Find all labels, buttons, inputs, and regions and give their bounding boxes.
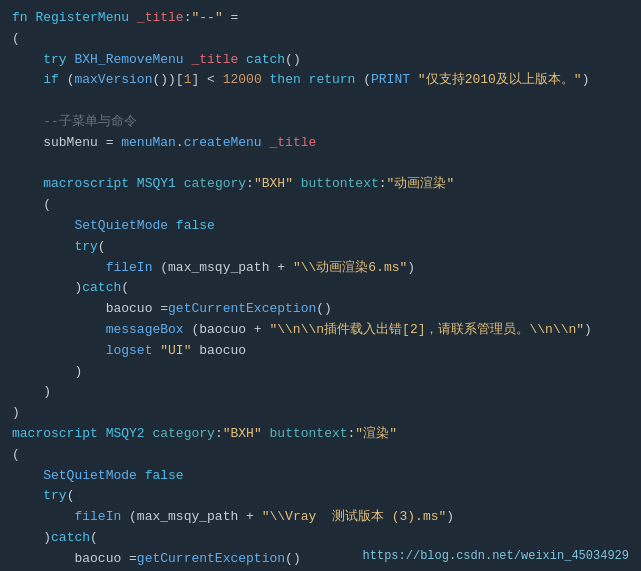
code-line-2: ( [12,29,629,50]
source-url: https://blog.csdn.net/weixin_45034929 [363,549,629,563]
code-line-21: macroscript MSQY2 category:"BXH" buttont… [12,424,629,445]
code-line-16: messageBox (baocuo + "\\n\\n插件载入出错[2]，请联… [12,320,629,341]
code-line-15: baocuo =getCurrentException() [12,299,629,320]
code-viewer: fn RegisterMenu _title:"--" = ( try BXH_… [0,0,641,571]
code-line-8 [12,154,629,175]
code-line-13: fileIn (max_msqy_path + "\\动画渲染6.ms") [12,258,629,279]
code-line-25: fileIn (max_msqy_path + "\\Vray 测试版本 (3)… [12,507,629,528]
code-line-4: if (maxVersion())[1] < 12000 then return… [12,70,629,91]
code-line-1: fn RegisterMenu _title:"--" = [12,8,629,29]
code-line-10: ( [12,195,629,216]
code-line-6: --子菜单与命令 [12,112,629,133]
code-line-20: ) [12,403,629,424]
code-line-14: )catch( [12,278,629,299]
code-line-17: logset "UI" baocuo [12,341,629,362]
code-line-18: ) [12,362,629,383]
code-line-12: try( [12,237,629,258]
code-line-24: try( [12,486,629,507]
code-line-5 [12,91,629,112]
code-line-7: subMenu = menuMan.createMenu _title [12,133,629,154]
code-line-22: ( [12,445,629,466]
code-line-26: )catch( [12,528,629,549]
code-line-23: SetQuietMode false [12,466,629,487]
code-line-3: try BXH_RemoveMenu _title catch() [12,50,629,71]
code-line-19: ) [12,382,629,403]
code-line-11: SetQuietMode false [12,216,629,237]
code-line-9: macroscript MSQY1 category:"BXH" buttont… [12,174,629,195]
